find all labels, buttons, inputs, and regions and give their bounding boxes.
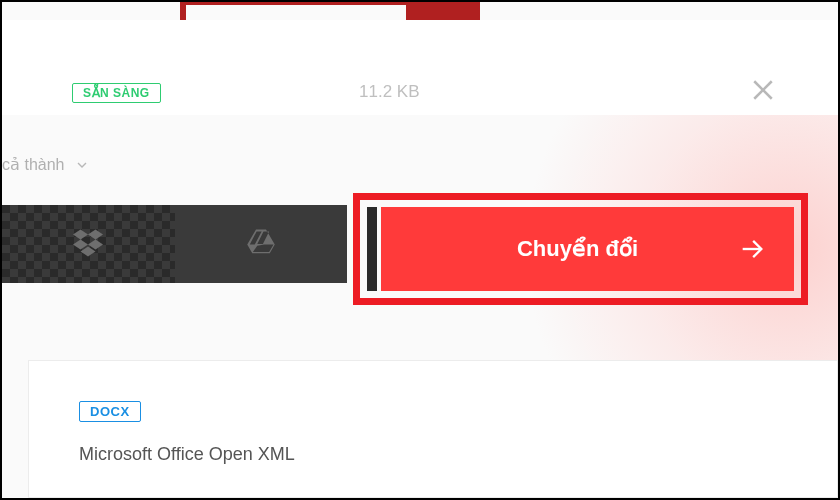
file-size: 11.2 KB [359, 82, 420, 102]
format-card: DOCX Microsoft Office Open XML [28, 360, 838, 498]
highlight-annotation: Chuyển đổi [353, 193, 808, 305]
convert-button-label: Chuyển đổi [517, 236, 638, 262]
arrow-right-icon [738, 235, 766, 263]
gdrive-icon [246, 227, 276, 261]
chevron-down-icon [74, 157, 90, 173]
close-icon[interactable] [748, 75, 778, 105]
status-badge: SẴN SÀNG [72, 83, 161, 103]
merge-options-row[interactable]: cả thành [2, 155, 90, 174]
upload-source-strip [2, 205, 347, 283]
strip-sliver [367, 207, 377, 291]
convert-button[interactable]: Chuyển đổi [381, 207, 794, 291]
dropbox-upload-button[interactable] [2, 205, 175, 283]
dropbox-icon [73, 227, 103, 261]
merge-label: cả thành [2, 155, 64, 174]
gdrive-upload-button[interactable] [175, 205, 348, 283]
format-badge: DOCX [79, 401, 141, 422]
format-name: Microsoft Office Open XML [79, 444, 787, 465]
file-info-panel: SẴN SÀNG 11.2 KB [2, 20, 838, 115]
